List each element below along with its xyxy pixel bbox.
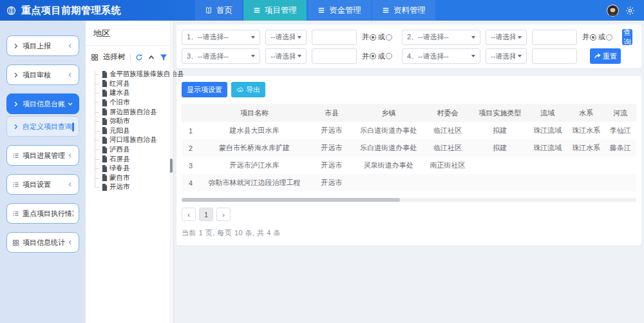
table-cell: 乐白道街道办事处	[354, 139, 422, 157]
nav-tab-3[interactable]: 资金管理	[308, 0, 371, 21]
tree-node[interactable]: 屏边苗族自治县	[86, 107, 173, 117]
condition-value-input[interactable]	[532, 30, 577, 45]
file-icon	[102, 165, 108, 172]
tree-node-label: 石屏县	[109, 155, 130, 164]
tree-node[interactable]: 建水县	[86, 88, 173, 98]
and-label: 并	[362, 52, 369, 61]
or-label: 或	[378, 52, 385, 61]
gear-icon[interactable]	[625, 6, 635, 15]
nav-tab-1[interactable]: 首页	[195, 0, 242, 21]
pagination: ‹ 1 ›	[182, 208, 636, 221]
display-settings-button[interactable]: 显示项设置	[182, 82, 227, 97]
tree-node[interactable]: 个旧市	[86, 98, 173, 108]
select-placeholder: --请选择--	[270, 52, 295, 61]
table-row[interactable]: 1建水县大田水库开远市乐白道街道办事处临江社区拟建珠江流域珠江水系李仙江	[182, 122, 636, 139]
tree-node[interactable]: 红河县	[86, 79, 173, 89]
search-button[interactable]: 查询	[622, 29, 632, 45]
table-cell: 弥勒市林就河江边段治理工程	[200, 174, 308, 191]
filter-row-1: 1、--请选择----请选择--并或2、--请选择----请选择--并或查询	[182, 29, 636, 45]
table-cell	[568, 174, 604, 191]
sidebar-item-8[interactable]: 项目信息统计	[6, 232, 79, 253]
prev-page-button[interactable]: ‹	[182, 208, 196, 221]
next-page-button[interactable]: ›	[216, 208, 231, 221]
column-header: 水系	[568, 104, 604, 122]
and-or-radio-group: 并或	[362, 32, 394, 42]
tree-node-label: 屏边苗族自治县	[109, 108, 157, 117]
column-header: 项目名称	[200, 104, 308, 122]
reset-button[interactable]: 重置	[590, 48, 621, 64]
chevron-left-icon	[67, 43, 73, 49]
condition-field-select[interactable]: 2、--请选择--	[402, 30, 480, 45]
condition-operator-select[interactable]: --请选择--	[265, 30, 307, 45]
or-label: 或	[598, 32, 605, 42]
horizontal-scrollbar-thumb[interactable]	[182, 198, 400, 202]
or-radio[interactable]	[386, 34, 392, 41]
table-row[interactable]: 3开远市泸江水库开远市灵泉街道办事处南正街社区	[182, 157, 636, 174]
tree-node[interactable]: 弥勒市	[86, 117, 173, 126]
filter-icon[interactable]	[160, 54, 167, 61]
page-number-button[interactable]: 1	[199, 208, 213, 221]
or-label: 或	[378, 32, 385, 42]
condition-operator-select[interactable]: --请选择--	[265, 48, 307, 64]
or-radio[interactable]	[606, 34, 612, 41]
condition-field-select[interactable]: 4、--请选择--	[402, 48, 480, 64]
column-header: 项目实施类型	[473, 104, 527, 122]
refresh-icon[interactable]	[135, 54, 143, 61]
sidebar-item-1[interactable]: 项目上报	[6, 35, 79, 56]
sidebar: 项目上报项目审核项目信息台账自定义项目查询项目进展管理项目设置重点项目执行情况项…	[0, 21, 86, 323]
menu-icon	[317, 6, 325, 14]
sidebar-item-4[interactable]: 自定义项目查询	[6, 116, 79, 137]
condition-field-select[interactable]: 1、--请选择--	[182, 30, 260, 45]
export-button[interactable]: 导出	[231, 82, 265, 97]
tree-node[interactable]: 元阳县	[86, 126, 173, 136]
filter-row-2: 3、--请选择----请选择--并或4、--请选择----请选择--重置	[182, 48, 636, 64]
select-placeholder: --请选择--	[491, 32, 515, 42]
condition-field-select[interactable]: 3、--请选择--	[182, 48, 260, 64]
column-header: 乡镇	[354, 104, 422, 122]
tree-node[interactable]: 蒙自市	[86, 173, 173, 183]
nav-tab-4[interactable]: 资料管理	[372, 0, 435, 21]
table-cell: 开远市	[309, 174, 355, 191]
table-row[interactable]: 4弥勒市林就河江边段治理工程开远市	[182, 174, 636, 191]
sidebar-item-label: 项目设置	[23, 180, 67, 190]
sidebar-item-2[interactable]: 项目审核	[6, 64, 79, 85]
user-avatar[interactable]	[607, 5, 619, 17]
and-radio[interactable]	[370, 34, 376, 41]
condition-value-input[interactable]	[312, 30, 357, 45]
sidebar-item-7[interactable]: 重点项目执行情况	[6, 203, 79, 224]
region-panel-title: 地区	[86, 21, 173, 46]
table-cell: 珠江流域	[527, 139, 569, 157]
condition-operator-select[interactable]: --请选择--	[486, 30, 527, 45]
sidebar-item-3[interactable]: 项目信息台账	[6, 93, 79, 114]
menu-icon	[382, 6, 390, 14]
tree-node[interactable]: 石屏县	[86, 154, 173, 164]
table-cell: 临江社区	[422, 122, 473, 139]
table-cell	[605, 157, 636, 174]
condition-value-input[interactable]	[312, 48, 357, 64]
chevron-down-icon	[518, 36, 522, 39]
and-radio[interactable]	[590, 34, 596, 41]
region-scrollbar-thumb[interactable]	[170, 159, 173, 173]
tree-grid-icon	[91, 54, 99, 61]
filter-group-3: 3、--请选择----请选择--并或	[182, 48, 394, 64]
and-radio[interactable]	[370, 53, 376, 59]
sidebar-item-6[interactable]: 项目设置	[6, 174, 79, 195]
file-icon	[102, 71, 108, 78]
table-cell: 拟建	[473, 139, 527, 157]
chevron-down-icon	[471, 36, 475, 39]
condition-value-input[interactable]	[532, 48, 577, 64]
collapse-up-icon[interactable]	[147, 54, 155, 61]
column-header: 市县	[309, 104, 355, 122]
or-radio[interactable]	[386, 53, 392, 59]
sidebar-item-5[interactable]: 项目进展管理	[6, 145, 79, 166]
nav-tab-2[interactable]: 项目管理	[243, 0, 307, 21]
tree-node[interactable]: 泸西县	[86, 145, 173, 155]
pagination-summary: 当前 1 页, 每页 10 条, 共 4 条	[182, 228, 636, 238]
table-row[interactable]: 2蒙自市长桥海水库扩建开远市乐白道街道办事处临江社区拟建珠江流域珠江水系藤条江	[182, 139, 636, 157]
select-placeholder: 2、--请选择--	[407, 32, 469, 42]
tree-node[interactable]: 绿春县	[86, 164, 173, 173]
condition-operator-select[interactable]: --请选择--	[486, 48, 527, 64]
tree-node[interactable]: 开远市	[86, 182, 173, 192]
tree-node[interactable]: 金平苗族瑶族傣族自治县	[86, 70, 173, 79]
tree-node[interactable]: 河口瑶族自治县	[86, 135, 173, 145]
